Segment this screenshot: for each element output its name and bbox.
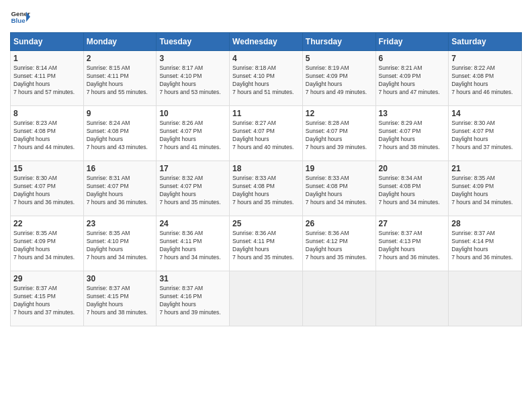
day-number: 6 (379, 54, 446, 63)
calendar-cell: 13 Sunrise: 8:29 AM Sunset: 4:07 PM Dayl… (375, 106, 449, 161)
day-number: 24 (159, 219, 226, 228)
cell-content: Sunrise: 8:27 AM Sunset: 4:07 PM Dayligh… (232, 120, 300, 152)
weekday-header-row: SundayMondayTuesdayWednesdayThursdayFrid… (11, 33, 522, 51)
cell-content: Sunrise: 8:26 AM Sunset: 4:07 PM Dayligh… (159, 120, 226, 152)
cell-content: Sunrise: 8:33 AM Sunset: 4:08 PM Dayligh… (306, 175, 373, 207)
day-number: 15 (13, 164, 81, 173)
cell-content: Sunrise: 8:33 AM Sunset: 4:08 PM Dayligh… (232, 175, 300, 207)
calendar-cell: 30 Sunrise: 8:37 AM Sunset: 4:15 PM Dayl… (83, 271, 157, 326)
cell-content: Sunrise: 8:29 AM Sunset: 4:07 PM Dayligh… (379, 120, 446, 152)
weekday-header-thursday: Thursday (302, 33, 375, 51)
day-number: 20 (379, 164, 446, 173)
weekday-header-tuesday: Tuesday (157, 33, 230, 51)
calendar-cell: 9 Sunrise: 8:24 AM Sunset: 4:08 PM Dayli… (83, 106, 157, 161)
calendar-cell: 25 Sunrise: 8:36 AM Sunset: 4:11 PM Dayl… (230, 216, 303, 271)
calendar-cell (230, 271, 303, 326)
day-number: 12 (306, 109, 373, 118)
calendar-week-3: 15 Sunrise: 8:30 AM Sunset: 4:07 PM Dayl… (11, 161, 522, 216)
day-number: 14 (451, 109, 519, 118)
day-number: 8 (13, 109, 81, 118)
day-number: 11 (232, 109, 300, 118)
calendar-cell: 7 Sunrise: 8:22 AM Sunset: 4:08 PM Dayli… (449, 51, 522, 106)
cell-content: Sunrise: 8:18 AM Sunset: 4:10 PM Dayligh… (232, 64, 300, 97)
cell-content: Sunrise: 8:32 AM Sunset: 4:07 PM Dayligh… (159, 175, 226, 207)
cell-content: Sunrise: 8:37 AM Sunset: 4:16 PM Dayligh… (159, 285, 226, 317)
cell-content: Sunrise: 8:35 AM Sunset: 4:09 PM Dayligh… (451, 175, 519, 207)
day-number: 30 (87, 274, 154, 283)
day-number: 19 (306, 164, 373, 173)
calendar-cell: 17 Sunrise: 8:32 AM Sunset: 4:07 PM Dayl… (157, 161, 230, 216)
day-number: 9 (87, 109, 154, 118)
day-number: 13 (379, 109, 446, 118)
calendar-week-5: 29 Sunrise: 8:37 AM Sunset: 4:15 PM Dayl… (11, 271, 522, 326)
calendar-cell: 3 Sunrise: 8:17 AM Sunset: 4:10 PM Dayli… (157, 51, 230, 106)
day-number: 3 (159, 54, 226, 63)
cell-content: Sunrise: 8:36 AM Sunset: 4:11 PM Dayligh… (159, 230, 226, 262)
calendar-cell: 18 Sunrise: 8:33 AM Sunset: 4:08 PM Dayl… (230, 161, 303, 216)
weekday-header-wednesday: Wednesday (230, 33, 303, 51)
calendar-cell: 28 Sunrise: 8:37 AM Sunset: 4:14 PM Dayl… (449, 216, 522, 271)
cell-content: Sunrise: 8:37 AM Sunset: 4:13 PM Dayligh… (379, 230, 446, 262)
calendar-cell (449, 271, 522, 326)
calendar-cell: 14 Sunrise: 8:30 AM Sunset: 4:07 PM Dayl… (449, 106, 522, 161)
weekday-header-friday: Friday (375, 33, 449, 51)
day-number: 31 (159, 274, 226, 283)
weekday-header-saturday: Saturday (449, 33, 522, 51)
day-number: 17 (159, 164, 226, 173)
cell-content: Sunrise: 8:37 AM Sunset: 4:14 PM Dayligh… (451, 230, 519, 262)
calendar-cell: 11 Sunrise: 8:27 AM Sunset: 4:07 PM Dayl… (230, 106, 303, 161)
calendar-cell: 12 Sunrise: 8:28 AM Sunset: 4:07 PM Dayl… (302, 106, 375, 161)
cell-content: Sunrise: 8:23 AM Sunset: 4:08 PM Dayligh… (13, 120, 81, 152)
day-number: 10 (159, 109, 226, 118)
cell-content: Sunrise: 8:35 AM Sunset: 4:10 PM Dayligh… (87, 230, 154, 262)
page-header: General Blue (10, 7, 522, 27)
calendar-body: 1 Sunrise: 8:14 AM Sunset: 4:11 PM Dayli… (11, 51, 522, 326)
logo: General Blue (10, 7, 30, 27)
cell-content: Sunrise: 8:31 AM Sunset: 4:07 PM Dayligh… (87, 175, 154, 207)
calendar-cell: 4 Sunrise: 8:18 AM Sunset: 4:10 PM Dayli… (230, 51, 303, 106)
day-number: 4 (232, 54, 300, 63)
calendar-week-2: 8 Sunrise: 8:23 AM Sunset: 4:08 PM Dayli… (11, 106, 522, 161)
day-number: 29 (13, 274, 81, 283)
cell-content: Sunrise: 8:37 AM Sunset: 4:15 PM Dayligh… (87, 285, 154, 317)
cell-content: Sunrise: 8:35 AM Sunset: 4:09 PM Dayligh… (13, 230, 81, 262)
calendar-cell: 10 Sunrise: 8:26 AM Sunset: 4:07 PM Dayl… (157, 106, 230, 161)
day-number: 28 (451, 219, 519, 228)
day-number: 16 (87, 164, 154, 173)
cell-content: Sunrise: 8:36 AM Sunset: 4:12 PM Dayligh… (306, 230, 373, 262)
cell-content: Sunrise: 8:17 AM Sunset: 4:10 PM Dayligh… (159, 64, 226, 97)
cell-content: Sunrise: 8:37 AM Sunset: 4:15 PM Dayligh… (13, 285, 81, 317)
cell-content: Sunrise: 8:36 AM Sunset: 4:11 PM Dayligh… (232, 230, 300, 262)
day-number: 7 (451, 54, 519, 63)
cell-content: Sunrise: 8:30 AM Sunset: 4:07 PM Dayligh… (13, 175, 81, 207)
calendar-cell: 19 Sunrise: 8:33 AM Sunset: 4:08 PM Dayl… (302, 161, 375, 216)
day-number: 25 (232, 219, 300, 228)
weekday-header-monday: Monday (83, 33, 157, 51)
svg-text:Blue: Blue (11, 17, 26, 24)
day-number: 5 (306, 54, 373, 63)
calendar-table: SundayMondayTuesdayWednesdayThursdayFrid… (10, 32, 522, 326)
cell-content: Sunrise: 8:28 AM Sunset: 4:07 PM Dayligh… (306, 120, 373, 152)
day-number: 18 (232, 164, 300, 173)
calendar-cell: 26 Sunrise: 8:36 AM Sunset: 4:12 PM Dayl… (302, 216, 375, 271)
page-container: General Blue SundayMondayTuesdayWednesda… (0, 0, 532, 333)
calendar-header: SundayMondayTuesdayWednesdayThursdayFrid… (11, 33, 522, 51)
calendar-cell: 15 Sunrise: 8:30 AM Sunset: 4:07 PM Dayl… (11, 161, 84, 216)
calendar-cell: 31 Sunrise: 8:37 AM Sunset: 4:16 PM Dayl… (157, 271, 230, 326)
calendar-week-4: 22 Sunrise: 8:35 AM Sunset: 4:09 PM Dayl… (11, 216, 522, 271)
calendar-cell: 1 Sunrise: 8:14 AM Sunset: 4:11 PM Dayli… (11, 51, 84, 106)
cell-content: Sunrise: 8:34 AM Sunset: 4:08 PM Dayligh… (379, 175, 446, 207)
cell-content: Sunrise: 8:14 AM Sunset: 4:11 PM Dayligh… (13, 64, 81, 97)
weekday-header-sunday: Sunday (11, 33, 84, 51)
calendar-cell: 27 Sunrise: 8:37 AM Sunset: 4:13 PM Dayl… (375, 216, 449, 271)
day-number: 1 (13, 54, 81, 63)
calendar-cell: 22 Sunrise: 8:35 AM Sunset: 4:09 PM Dayl… (11, 216, 84, 271)
day-number: 26 (306, 219, 373, 228)
calendar-cell: 23 Sunrise: 8:35 AM Sunset: 4:10 PM Dayl… (83, 216, 157, 271)
calendar-cell: 21 Sunrise: 8:35 AM Sunset: 4:09 PM Dayl… (449, 161, 522, 216)
calendar-cell: 16 Sunrise: 8:31 AM Sunset: 4:07 PM Dayl… (83, 161, 157, 216)
calendar-cell: 20 Sunrise: 8:34 AM Sunset: 4:08 PM Dayl… (375, 161, 449, 216)
calendar-cell: 29 Sunrise: 8:37 AM Sunset: 4:15 PM Dayl… (11, 271, 84, 326)
calendar-cell: 6 Sunrise: 8:21 AM Sunset: 4:09 PM Dayli… (375, 51, 449, 106)
cell-content: Sunrise: 8:15 AM Sunset: 4:11 PM Dayligh… (87, 64, 154, 97)
